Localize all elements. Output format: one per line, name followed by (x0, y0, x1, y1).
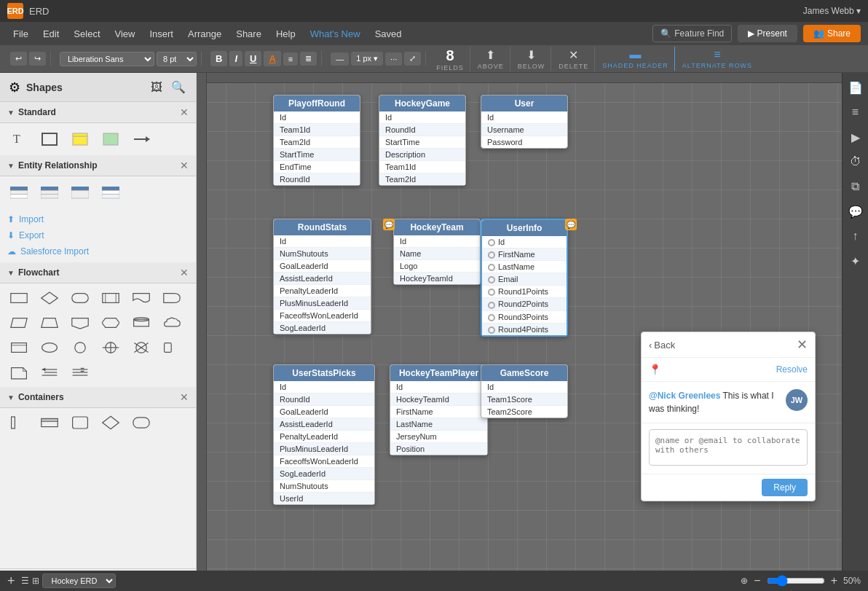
rs-share-button[interactable]: ↑ (844, 224, 867, 248)
import-button[interactable]: ⬆ Import (7, 213, 189, 226)
resolve-button[interactable]: Resolve (776, 364, 808, 375)
font-color-button[interactable]: A (264, 51, 280, 66)
fc-circle[interactable] (67, 337, 93, 358)
user-stats-picks-table[interactable]: UserStatsPicks Id RoundId GoalLeaderId A… (273, 364, 375, 505)
fc-para[interactable] (6, 313, 32, 333)
below-action[interactable]: ⬇ BELOW (512, 47, 552, 71)
more-button[interactable]: ··· (385, 52, 402, 66)
fc-hex[interactable] (98, 313, 124, 333)
expand-button[interactable]: ⤢ (404, 52, 421, 66)
menu-file[interactable]: File (7, 26, 34, 42)
ct-2[interactable] (36, 412, 63, 433)
menu-share[interactable]: Share (230, 26, 267, 42)
comment-back-button[interactable]: ‹ Back (649, 340, 675, 351)
text-shape[interactable]: T (6, 129, 32, 149)
arrow-shape[interactable] (128, 129, 154, 149)
feature-find[interactable]: 🔍 Feature Find (652, 25, 732, 42)
rs-present-button[interactable]: ▶ (844, 125, 867, 149)
fc-trap[interactable] (36, 313, 63, 333)
rs-timer-button[interactable]: ⏱ (844, 150, 867, 173)
sidebar-search-button[interactable]: 🔍 (170, 79, 187, 95)
rectangle-shape[interactable] (36, 129, 63, 149)
fc-mproc[interactable] (6, 337, 32, 358)
above-action[interactable]: ⬆ ABOVE (472, 47, 510, 71)
italic-button[interactable]: I (229, 51, 242, 66)
fc-cyl[interactable] (128, 313, 154, 333)
containers-close[interactable]: ✕ (180, 391, 189, 403)
font-selector[interactable]: Liberation Sans (60, 52, 154, 66)
zoom-out-button[interactable]: − (754, 574, 760, 587)
hockey-team-player-table[interactable]: HockeyTeamPlayer Id HockeyTeamId FirstNa… (390, 364, 488, 455)
align-right-button[interactable]: ≣ (300, 52, 317, 66)
standard-section-header[interactable]: ▼ Standard ✕ (0, 102, 196, 123)
rs-comments-button[interactable]: 💬 (844, 200, 867, 223)
rs-pages-button[interactable]: 📄 (844, 76, 867, 99)
line-width-button[interactable]: 1 px ▾ (351, 52, 383, 66)
playoff-round-table[interactable]: PlayoffRound Id Team1Id Team2Id StartTim… (273, 95, 360, 186)
fc-xshape[interactable] (128, 337, 154, 358)
share-button[interactable]: 👥 Share (803, 25, 861, 42)
rs-find-button[interactable]: ✦ (844, 249, 867, 273)
comment-input[interactable] (649, 429, 808, 466)
rs-format-button[interactable]: ≡ (844, 101, 867, 124)
user-info-table[interactable]: UserInfo Id FirstName LastName Email Rou… (481, 219, 568, 337)
fc-cross[interactable] (98, 337, 124, 358)
zoom-in-button[interactable]: + (831, 574, 837, 587)
bold-button[interactable]: B (210, 51, 227, 66)
zoom-slider[interactable] (767, 575, 825, 587)
font-size-selector[interactable]: 8 pt (157, 52, 197, 66)
flowchart-section-header[interactable]: ▼ Flowchart ✕ (0, 262, 196, 283)
comment-close-button[interactable]: ✕ (797, 338, 808, 351)
hockey-team-table[interactable]: HockeyTeam Id Name Logo HockeyTeamId (393, 219, 481, 285)
salesforce-import-button[interactable]: ☁ Salesforce Import (7, 245, 189, 258)
line-style-button[interactable]: — (331, 52, 349, 66)
menu-edit[interactable]: Edit (37, 26, 65, 42)
user-table[interactable]: User Id Username Password (481, 95, 568, 149)
reply-button[interactable]: Reply (762, 479, 808, 496)
hockey-game-table[interactable]: HockeyGame Id RoundId StartTime Descript… (379, 95, 466, 186)
menu-view[interactable]: View (109, 26, 141, 42)
add-diagram-button[interactable]: + (7, 574, 15, 587)
fc-rect[interactable] (6, 288, 32, 308)
fc-note[interactable] (6, 362, 32, 383)
shaded-header-action[interactable]: ▬ SHADED HEADER (596, 47, 675, 71)
er-shape-3[interactable] (67, 182, 93, 203)
fc-doc[interactable] (128, 288, 154, 308)
fc-pent[interactable] (67, 313, 93, 333)
filled-rect-shape[interactable] (98, 129, 124, 149)
er-shape-1[interactable] (6, 182, 32, 203)
diagram-selector[interactable]: Hockey ERD (42, 574, 116, 588)
er-shape-4[interactable] (98, 182, 124, 203)
ct-4[interactable] (98, 412, 124, 433)
align-left-button[interactable]: ≡ (283, 52, 298, 66)
round-stats-table[interactable]: RoundStats Id NumShutouts GoalLeaderId A… (273, 219, 371, 334)
er-close[interactable]: ✕ (180, 160, 189, 171)
redo-button[interactable]: ↪ (29, 52, 46, 66)
present-button[interactable]: ▶ Present (738, 25, 797, 42)
delete-action[interactable]: ✕ DELETE (553, 47, 595, 71)
fc-proc[interactable] (98, 288, 124, 308)
menu-insert[interactable]: Insert (143, 26, 179, 42)
er-section-header[interactable]: ▼ Entity Relationship ✕ (0, 155, 196, 176)
fc-oval[interactable] (36, 337, 63, 358)
ct-5[interactable] (128, 412, 154, 433)
canvas-area[interactable]: PlayoffRound Id Team1Id Team2Id StartTim… (197, 73, 842, 591)
ct-1[interactable] (6, 412, 32, 433)
menu-whats-new[interactable]: What's New (304, 26, 366, 42)
fc-diamond[interactable] (36, 288, 63, 308)
er-shape-2[interactable] (36, 182, 63, 203)
undo-button[interactable]: ↩ (10, 52, 27, 66)
fc-lines1[interactable] (36, 362, 63, 383)
fc-rounded[interactable] (67, 288, 93, 308)
flowchart-close[interactable]: ✕ (180, 267, 189, 278)
menu-help[interactable]: Help (270, 26, 301, 42)
export-button[interactable]: ⬇ Export (7, 229, 189, 242)
alternate-rows-action[interactable]: ≡ ALTERNATE ROWS (676, 47, 758, 71)
menu-select[interactable]: Select (68, 26, 106, 42)
rs-layers-button[interactable]: ⧉ (844, 175, 867, 198)
underline-button[interactable]: U (245, 51, 261, 66)
containers-section-header[interactable]: ▼ Containers ✕ (0, 387, 196, 408)
menu-arrange[interactable]: Arrange (182, 26, 227, 42)
note-shape[interactable] (67, 129, 93, 149)
sidebar-image-button[interactable]: 🖼 (149, 79, 164, 95)
